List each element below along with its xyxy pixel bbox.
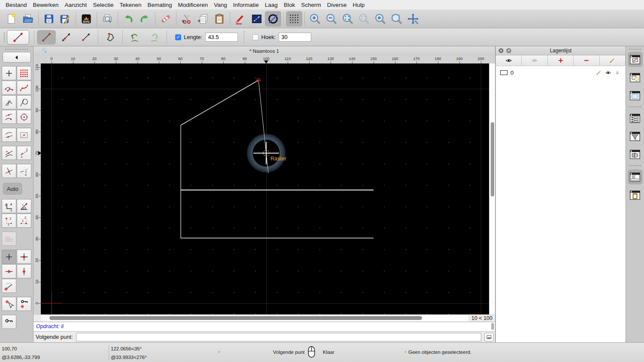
snap-tangential-button[interactable] xyxy=(17,95,31,109)
layer-list-panel-button[interactable] xyxy=(628,52,643,67)
snap-distance-button[interactable] xyxy=(2,110,16,124)
float-panel-icon[interactable] xyxy=(506,48,512,54)
menu-hulp[interactable]: Hulp xyxy=(349,2,368,8)
snap-intersection-button[interactable] xyxy=(2,164,16,178)
command-panel-button[interactable] xyxy=(484,333,494,341)
menu-aanzicht[interactable]: Aanzicht xyxy=(62,2,90,8)
menu-bestand[interactable]: Bestand xyxy=(3,2,30,8)
menu-bemating[interactable]: Bemating xyxy=(144,2,175,8)
vertical-scrollbar[interactable] xyxy=(489,63,495,314)
restrict-horizontal-button[interactable] xyxy=(2,264,16,278)
layer-row[interactable]: 0 xyxy=(496,68,626,77)
menu-laag[interactable]: Laag xyxy=(262,2,281,8)
horizontal-scrollbar[interactable] xyxy=(41,315,468,322)
print-preview-button[interactable] xyxy=(99,11,115,27)
command-line-panel-button[interactable] xyxy=(628,169,643,184)
restriction-locked-button[interactable] xyxy=(2,232,16,246)
paste-button[interactable] xyxy=(211,11,228,27)
command-input[interactable] xyxy=(76,333,481,341)
vertical-scrollbar-thumb[interactable] xyxy=(491,122,494,196)
snap-distance-manual-button[interactable] xyxy=(2,128,16,142)
copy-button[interactable] xyxy=(195,11,211,27)
snap-tangent-point-button[interactable] xyxy=(2,146,16,160)
menu-scherm[interactable]: Scherm xyxy=(298,2,324,8)
zoom-out-button[interactable] xyxy=(323,11,340,27)
palette-drag-handle[interactable] xyxy=(5,48,29,50)
relative-polar-button[interactable]: 12 xyxy=(17,214,31,228)
library-browser-panel-button[interactable] xyxy=(628,88,643,103)
edit-layer-button[interactable] xyxy=(600,55,626,66)
coordinate-cartesian-button[interactable]: yx xyxy=(2,199,16,213)
hide-all-layers-button[interactable] xyxy=(522,55,547,66)
snap-intersection-manual-button[interactable]: ! xyxy=(17,164,31,178)
snap-reference-button[interactable] xyxy=(17,128,31,142)
toolbar-drag-handle[interactable] xyxy=(3,32,5,43)
undo-segment-button[interactable] xyxy=(125,30,144,45)
show-all-layers-button[interactable] xyxy=(496,55,522,66)
length-checkbox[interactable] xyxy=(175,34,181,40)
snap-endpoints-button[interactable] xyxy=(2,81,16,95)
cut-button[interactable] xyxy=(179,11,195,27)
history-scrollbar-thumb[interactable] xyxy=(491,323,494,330)
line-bidirectional-button[interactable] xyxy=(57,30,76,45)
menu-blok[interactable]: Blok xyxy=(281,2,298,8)
grid-toggle-button[interactable] xyxy=(286,11,302,27)
erase-button[interactable] xyxy=(158,11,174,27)
add-layer-button[interactable] xyxy=(548,55,574,66)
previous-view-button[interactable] xyxy=(372,11,389,27)
set-relative-zero-button[interactable] xyxy=(2,297,16,311)
line-tool-button[interactable] xyxy=(7,30,29,45)
angle-checkbox[interactable] xyxy=(252,34,258,40)
restrict-vertical-button[interactable] xyxy=(17,264,31,278)
dock-drag-handle[interactable] xyxy=(629,48,641,50)
menu-bewerken[interactable]: Bewerken xyxy=(30,2,62,8)
line-segment-button[interactable] xyxy=(37,30,56,45)
pan-button[interactable] xyxy=(405,11,421,27)
relative-cartesian-button[interactable]: 12 xyxy=(2,214,16,228)
snap-free-button[interactable] xyxy=(2,66,16,80)
menu-informatie[interactable]: Informatie xyxy=(230,2,262,8)
zoom-selection-button[interactable] xyxy=(356,11,372,27)
open-file-button[interactable] xyxy=(20,11,36,27)
length-input[interactable] xyxy=(205,33,238,42)
selection-filter-panel-button[interactable] xyxy=(628,129,643,144)
property-editor-panel-button[interactable] xyxy=(628,111,643,126)
polyline-from-segments-button[interactable] xyxy=(101,30,120,45)
menu-vang[interactable]: Vang xyxy=(211,2,230,8)
draft-mode-button[interactable] xyxy=(265,11,281,27)
lock-relative-zero-button[interactable] xyxy=(17,297,31,311)
snap-on-entity-button[interactable] xyxy=(17,81,31,95)
menu-diverse[interactable]: Diverse xyxy=(324,2,350,8)
snap-center-button[interactable] xyxy=(17,110,31,124)
save-as-button[interactable] xyxy=(57,11,73,27)
close-panel-icon[interactable] xyxy=(498,48,504,54)
redo-segment-button[interactable] xyxy=(145,30,164,45)
back-button[interactable] xyxy=(3,52,31,63)
snap-distance-12-button[interactable]: 12 xyxy=(17,146,31,160)
svg-export-button[interactable]: SVG xyxy=(78,11,94,27)
menu-modificeren[interactable]: Modificeren xyxy=(175,2,211,8)
restrict-off-button[interactable] xyxy=(2,250,16,264)
undo-button[interactable] xyxy=(120,11,137,27)
line-ray-button[interactable] xyxy=(76,30,95,45)
reference-manager-panel-button[interactable] xyxy=(628,147,643,162)
clipboard-panel-button[interactable] xyxy=(628,187,643,202)
zoom-in-button[interactable] xyxy=(307,11,323,27)
snap-auto-button[interactable]: Auto xyxy=(3,183,22,195)
zoom-window-button[interactable] xyxy=(389,11,405,27)
redo-button[interactable] xyxy=(137,11,153,27)
new-document-button[interactable] xyxy=(3,11,20,27)
block-list-panel-button[interactable] xyxy=(628,70,643,85)
angle-input[interactable] xyxy=(279,33,311,42)
save-button[interactable] xyxy=(41,11,57,27)
coordinate-polar-button[interactable]: ra xyxy=(17,199,31,213)
drawing-preferences-button[interactable] xyxy=(232,11,249,27)
horizontal-scrollbar-thumb[interactable] xyxy=(49,316,422,320)
menu-tekenen[interactable]: Tekenen xyxy=(116,2,144,8)
menu-selectie[interactable]: Selectie xyxy=(90,2,116,8)
remove-layer-button[interactable] xyxy=(574,55,599,66)
snap-grid-button[interactable] xyxy=(17,66,31,80)
auto-zoom-button[interactable] xyxy=(340,11,356,27)
relative-zero-key-button[interactable] xyxy=(2,315,16,329)
dimension-preferences-button[interactable] xyxy=(249,11,265,27)
